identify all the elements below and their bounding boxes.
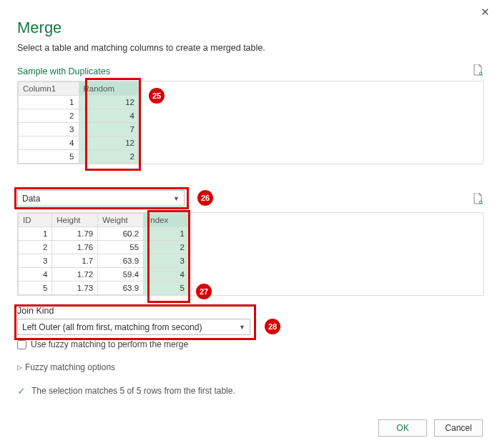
cancel-button[interactable]: Cancel xyxy=(434,419,483,437)
table-row[interactable]: 37 xyxy=(19,123,139,136)
source2-selected: Data xyxy=(22,194,40,204)
join-kind-label: Join Kind xyxy=(17,306,483,316)
ok-button[interactable]: OK xyxy=(378,419,427,437)
callout-28: 28 xyxy=(265,319,280,334)
source1-label: Sample with Duplicates xyxy=(17,66,110,76)
chevron-down-icon: ▼ xyxy=(173,195,180,202)
table-row[interactable]: 412 xyxy=(19,136,139,150)
source2-dropdown[interactable]: Data ▼ xyxy=(17,190,185,206)
table-row[interactable]: 21.76552 xyxy=(19,241,190,254)
join-kind-dropdown[interactable]: Left Outer (all from first, matching fro… xyxy=(17,319,250,335)
table-row[interactable]: 52 xyxy=(19,150,139,164)
table-row[interactable]: 24 xyxy=(19,109,139,123)
fuzzy-match-checkbox[interactable] xyxy=(17,340,26,349)
dialog-title: Merge xyxy=(17,19,483,37)
preview-icon[interactable] xyxy=(473,193,483,206)
source2-table[interactable]: ID Height Weight Index 11.7960.21 21.765… xyxy=(18,213,190,295)
table-header-row: Column1 Random xyxy=(19,82,139,96)
checkmark-icon: ✓ xyxy=(17,385,26,397)
col-random[interactable]: Random xyxy=(79,82,139,96)
col-height[interactable]: Height xyxy=(52,214,98,227)
source1-table[interactable]: Column1 Random 112 24 37 412 52 xyxy=(18,81,139,164)
table-row[interactable]: 51.7363.95 xyxy=(19,282,190,295)
preview-icon[interactable] xyxy=(473,64,483,78)
table-row[interactable]: 41.7259.44 xyxy=(19,268,190,282)
fuzzy-options-label: Fuzzy matching options xyxy=(25,362,115,372)
chevron-down-icon: ▼ xyxy=(239,324,245,331)
col-weight[interactable]: Weight xyxy=(98,214,144,227)
col-column1[interactable]: Column1 xyxy=(19,82,79,96)
table-row[interactable]: 11.7960.21 xyxy=(19,227,190,241)
table-row[interactable]: 31.763.93 xyxy=(19,254,190,268)
triangle-right-icon: ▷ xyxy=(17,364,22,371)
callout-26: 26 xyxy=(197,190,213,206)
table-row[interactable]: 112 xyxy=(19,96,139,109)
join-kind-value: Left Outer (all from first, matching fro… xyxy=(22,322,202,332)
col-id[interactable]: ID xyxy=(19,214,52,227)
match-status: The selection matches 5 of 5 rows from t… xyxy=(31,386,235,396)
fuzzy-match-label: Use fuzzy matching to perform the merge xyxy=(31,339,188,349)
dialog-subtitle: Select a table and matching columns to c… xyxy=(17,43,483,53)
close-icon[interactable]: ✕ xyxy=(481,6,490,19)
table-header-row: ID Height Weight Index xyxy=(19,214,190,227)
col-index[interactable]: Index xyxy=(144,214,190,227)
fuzzy-options-expander[interactable]: ▷ Fuzzy matching options xyxy=(17,362,483,372)
